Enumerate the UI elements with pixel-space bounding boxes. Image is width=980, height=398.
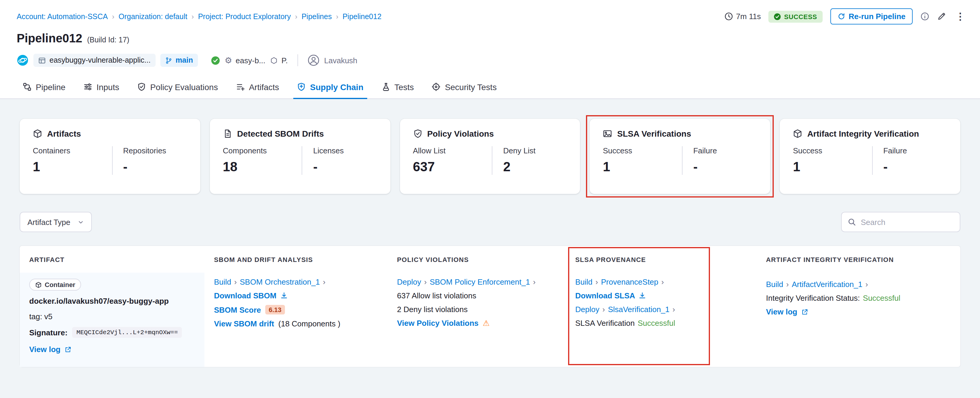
tab-inputs[interactable]: Inputs xyxy=(75,75,127,99)
chevron-right-icon: › xyxy=(323,278,326,286)
deploy-success-dot-icon xyxy=(211,56,220,65)
view-log-link[interactable]: View log xyxy=(766,307,797,316)
tab-pipeline[interactable]: Pipeline xyxy=(14,75,74,99)
metric-value: 1 xyxy=(793,159,872,175)
sbom-drift-components: (18 Components ) xyxy=(278,319,340,328)
info-icon[interactable] xyxy=(920,12,929,21)
metric-label: Success xyxy=(603,146,682,155)
step-link[interactable]: SBOM Orchestration_1 xyxy=(240,278,320,286)
download-icon xyxy=(639,292,646,299)
breadcrumb: Account: Automation-SSCA › Organization:… xyxy=(17,12,382,21)
metric-label: Failure xyxy=(883,146,947,155)
stage-link[interactable]: Deploy xyxy=(397,278,421,286)
metric: Failure - xyxy=(872,146,947,175)
inputs-sliders-icon xyxy=(83,82,92,91)
breadcrumb-pipeline012[interactable]: Pipeline012 xyxy=(342,12,382,21)
chevron-right-icon: › xyxy=(234,278,237,286)
allow-list-violations: 637 Allow list violations xyxy=(397,291,476,300)
branch-name: main xyxy=(175,56,193,64)
chevron-right-icon: › xyxy=(661,278,664,286)
column-header-integrity: ARTIFACT INTEGRITY VERIFICATION xyxy=(756,246,960,273)
metric-value: - xyxy=(883,159,947,175)
search-input[interactable] xyxy=(861,217,954,227)
card-artifacts: Artifacts Containers 1 Repositories - xyxy=(20,119,200,194)
metric-label: Containers xyxy=(33,146,112,155)
metric-label: Components xyxy=(223,146,302,155)
card-slsa-verifications: SLSA Verifications Success 1 Failure - xyxy=(590,119,770,194)
step-link[interactable]: SlsaVerification_1 xyxy=(608,305,670,314)
download-slsa-link[interactable]: Download SLSA xyxy=(575,291,635,300)
tab-label: Supply Chain xyxy=(310,82,363,91)
view-policy-violations-link[interactable]: View Policy Violations xyxy=(397,319,479,328)
rerun-pipeline-button[interactable]: Re-run Pipeline xyxy=(830,8,913,24)
chevron-right-icon: › xyxy=(533,278,536,286)
top-bar: Account: Automation-SSCA › Organization:… xyxy=(0,0,980,24)
edit-pencil-icon[interactable] xyxy=(937,12,946,21)
artifact-type-label: Artifact Type xyxy=(27,217,70,227)
filter-row: Artifact Type xyxy=(20,212,960,232)
search-box xyxy=(841,212,960,232)
document-icon xyxy=(223,129,232,138)
cube-icon xyxy=(33,129,42,138)
download-sbom-link[interactable]: Download SBOM xyxy=(214,291,276,300)
tab-security-tests[interactable]: Security Tests xyxy=(423,75,505,99)
metric-label: Deny List xyxy=(503,146,567,155)
chevron-right-icon: › xyxy=(672,305,675,314)
sbom-score-link[interactable]: SBOM Score xyxy=(214,305,261,314)
page: Account: Automation-SSCA › Organization:… xyxy=(0,0,980,398)
branch-chip[interactable]: main xyxy=(160,54,197,67)
view-sbom-drift-link[interactable]: View SBOM drift xyxy=(214,319,274,328)
slsa-provenance-cell: Build › ProvenanceStep › Download SLSA D… xyxy=(566,273,756,367)
breadcrumb-project[interactable]: Project: Product Exploratory xyxy=(198,12,291,21)
tab-label: Inputs xyxy=(97,82,119,91)
integrity-status-value: Successful xyxy=(863,294,900,302)
tab-artifacts[interactable]: Artifacts xyxy=(228,75,287,99)
summary-cards: Artifacts Containers 1 Repositories - xyxy=(20,119,960,194)
step-link[interactable]: ProvenanceStep xyxy=(601,278,659,286)
security-scan-icon xyxy=(432,82,441,91)
stage-link[interactable]: Build xyxy=(575,278,593,286)
more-options-icon[interactable]: ⋮ xyxy=(954,11,967,22)
card-title: Artifacts xyxy=(47,129,81,138)
policy-violations-cell: Deploy › SBOM Policy Enforcement_1 › 637… xyxy=(387,273,566,367)
metric-value: 637 xyxy=(413,159,492,175)
breadcrumb-pipelines[interactable]: Pipelines xyxy=(302,12,332,21)
repository-name: easybuggy-vulnerable-applic... xyxy=(49,56,151,64)
gear-icon: ⚙ xyxy=(224,56,232,64)
environment-meta: P. xyxy=(270,56,288,65)
tab-tests[interactable]: Tests xyxy=(373,75,422,99)
execution-meta: easybuggy-vulnerable-applic... main ⚙ ea… xyxy=(0,45,980,67)
tab-policy-evaluations[interactable]: Policy Evaluations xyxy=(129,75,226,99)
breadcrumb-organization[interactable]: Organization: default xyxy=(119,12,188,21)
tab-label: Security Tests xyxy=(445,82,497,91)
step-link[interactable]: SBOM Policy Enforcement_1 xyxy=(430,278,530,286)
column-header-artifact: ARTIFACT xyxy=(20,246,204,273)
breadcrumb-account[interactable]: Account: Automation-SSCA xyxy=(17,12,108,21)
stage-link[interactable]: Deploy xyxy=(575,305,600,314)
column-header-policy-violations: POLICY VIOLATIONS xyxy=(387,246,566,273)
metric-label: Failure xyxy=(693,146,757,155)
metric: Success 1 xyxy=(793,146,872,175)
metric-label: Success xyxy=(793,146,872,155)
chevron-right-icon: › xyxy=(595,278,598,286)
metric-label: Allow List xyxy=(413,146,492,155)
chevron-right-icon: › xyxy=(602,305,605,314)
container-cube-icon xyxy=(35,281,42,288)
tab-supply-chain[interactable]: Supply Chain xyxy=(288,75,372,99)
shield-check-icon xyxy=(137,82,146,91)
chevron-right-icon: › xyxy=(786,280,789,289)
stage-link[interactable]: Build xyxy=(214,278,231,286)
signature-label: Signature: xyxy=(29,328,68,337)
view-log-link[interactable]: View log xyxy=(29,345,60,354)
step-link[interactable]: ArtifactVerification_1 xyxy=(792,280,862,289)
stage-link[interactable]: Build xyxy=(766,280,783,289)
repository-chip[interactable]: easybuggy-vulnerable-applic... xyxy=(33,54,155,67)
sbom-score-badge: 6.13 xyxy=(265,305,285,315)
artifact-type-dropdown[interactable]: Artifact Type xyxy=(20,212,92,232)
badge-image-icon xyxy=(603,129,612,138)
metric: Licenses - xyxy=(302,146,377,175)
divider xyxy=(298,54,298,66)
breadcrumb-separator: › xyxy=(295,12,298,21)
breadcrumb-separator: › xyxy=(336,12,338,21)
card-title: Detected SBOM Drifts xyxy=(237,129,324,138)
